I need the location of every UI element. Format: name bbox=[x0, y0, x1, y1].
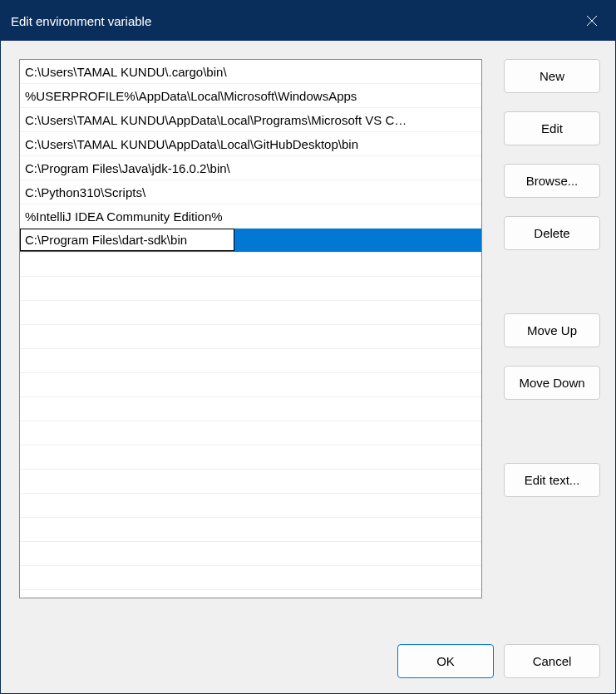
dialog-content: C:\Users\TAMAL KUNDU\.cargo\bin\%USERPRO… bbox=[1, 41, 615, 644]
close-button[interactable] bbox=[569, 1, 615, 41]
edit-button[interactable]: Edit bbox=[504, 111, 600, 145]
dialog-title: Edit environment variable bbox=[11, 14, 151, 28]
list-item[interactable] bbox=[20, 229, 481, 253]
edit-text-button[interactable]: Edit text... bbox=[504, 463, 600, 497]
list-item[interactable] bbox=[20, 301, 481, 325]
list-item[interactable] bbox=[20, 349, 481, 373]
list-item[interactable] bbox=[20, 518, 481, 542]
titlebar: Edit environment variable bbox=[1, 1, 615, 41]
list-item[interactable]: %USERPROFILE%\AppData\Local\Microsoft\Wi… bbox=[20, 84, 481, 108]
move-down-button[interactable]: Move Down bbox=[504, 366, 600, 400]
edit-env-variable-dialog: Edit environment variable C:\Users\TAMAL… bbox=[0, 0, 616, 694]
list-item[interactable]: C:\Users\TAMAL KUNDU\.cargo\bin\ bbox=[20, 60, 481, 84]
delete-button[interactable]: Delete bbox=[504, 216, 600, 250]
dialog-footer: OK Cancel bbox=[1, 644, 615, 693]
browse-button[interactable]: Browse... bbox=[504, 164, 600, 198]
list-item[interactable] bbox=[20, 325, 481, 349]
list-item[interactable]: C:\Python310\Scripts\ bbox=[20, 180, 481, 204]
list-item[interactable] bbox=[20, 397, 481, 421]
list-item[interactable] bbox=[20, 253, 481, 277]
ok-button[interactable]: OK bbox=[397, 644, 494, 678]
list-item[interactable] bbox=[20, 421, 481, 445]
list-item[interactable] bbox=[20, 445, 481, 470]
list-item[interactable] bbox=[20, 542, 481, 566]
path-edit-input[interactable] bbox=[20, 229, 234, 251]
list-item[interactable]: C:\Users\TAMAL KUNDU\AppData\Local\GitHu… bbox=[20, 132, 481, 156]
cancel-button[interactable]: Cancel bbox=[504, 644, 600, 678]
move-up-button[interactable]: Move Up bbox=[504, 313, 600, 347]
list-item[interactable]: %IntelliJ IDEA Community Edition% bbox=[20, 204, 481, 229]
list-item[interactable] bbox=[20, 470, 481, 494]
list-item[interactable] bbox=[20, 373, 481, 397]
side-button-panel: New Edit Browse... Delete Move Up Move D… bbox=[504, 59, 600, 629]
list-item[interactable] bbox=[20, 566, 481, 590]
path-listbox[interactable]: C:\Users\TAMAL KUNDU\.cargo\bin\%USERPRO… bbox=[19, 59, 482, 598]
close-icon bbox=[586, 15, 598, 27]
list-item[interactable] bbox=[20, 277, 481, 301]
list-item[interactable] bbox=[20, 494, 481, 518]
list-item[interactable]: C:\Program Files\Java\jdk-16.0.2\bin\ bbox=[20, 156, 481, 180]
list-item[interactable]: C:\Users\TAMAL KUNDU\AppData\Local\Progr… bbox=[20, 108, 481, 132]
new-button[interactable]: New bbox=[504, 59, 600, 93]
